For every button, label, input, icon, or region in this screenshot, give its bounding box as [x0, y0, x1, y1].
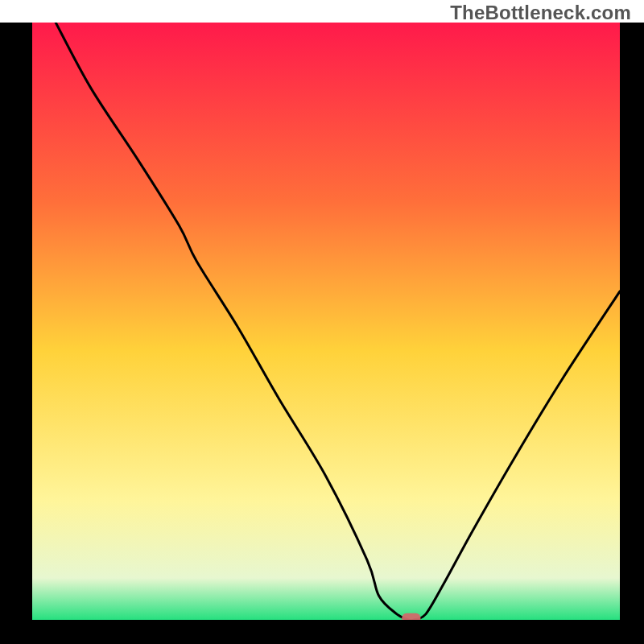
plot-svg — [32, 23, 620, 620]
plot-area — [32, 23, 620, 620]
chart-frame: TheBottleneck.com — [0, 0, 644, 644]
plot-border — [0, 23, 644, 644]
gradient-background — [32, 23, 620, 620]
watermark-text: TheBottleneck.com — [450, 2, 631, 24]
optimal-marker — [402, 613, 420, 620]
